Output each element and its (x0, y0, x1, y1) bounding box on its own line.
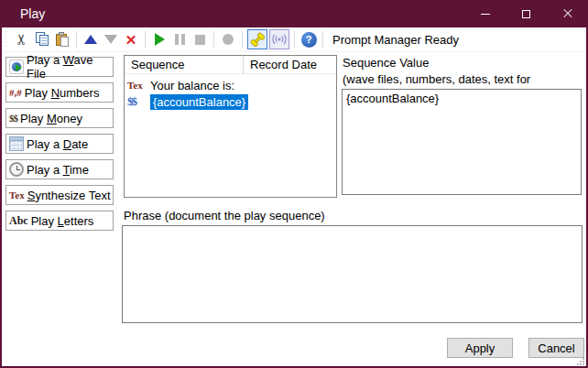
phrase-input[interactable] (122, 225, 583, 323)
toolbar: ✂ ✕ (2, 27, 586, 52)
play-icon (155, 33, 165, 46)
close-button[interactable] (547, 0, 588, 27)
numbers-icon: #,# (9, 88, 22, 98)
resize-grip[interactable] (576, 357, 584, 365)
sidebar-item-play-time[interactable]: Play a Time (5, 159, 114, 179)
column-header-sequence[interactable]: Sequence (125, 58, 243, 71)
help-icon: ? (301, 32, 317, 48)
window-title: Play (0, 6, 464, 21)
status-text: Prompt Manager Ready (332, 33, 459, 47)
sidebar-item-label: Play Letters (31, 214, 94, 228)
sidebar-item-label: Synthesize Text (27, 189, 111, 202)
letters-icon: Abc (9, 215, 28, 226)
cut-button[interactable]: ✂ (13, 29, 31, 49)
sequence-value-input[interactable]: {accountBalance} (342, 89, 582, 195)
sidebar-item-label: Play a Date (27, 137, 88, 151)
sequence-rows: Tex Your balance is: $$ {accountBalance} (125, 74, 336, 110)
close-icon (563, 9, 572, 18)
play-dialog: Play ✂ ✕ (0, 0, 588, 368)
sidebar-item-play-wave-file[interactable]: Play a Wave File (5, 57, 114, 77)
record-icon (223, 34, 234, 45)
sidebar-item-synthesize-text[interactable]: Tex Synthesize Text (5, 185, 114, 205)
synthesize-text-icon: Tex (9, 190, 25, 200)
minimize-icon (481, 14, 490, 15)
maximize-button[interactable] (506, 0, 547, 27)
sidebar-item-label: Play a Time (27, 163, 89, 177)
sidebar-item-play-letters[interactable]: Abc Play Letters (5, 211, 114, 231)
sidebar: Play a Wave File #,# Play Numbers $$ Pla… (5, 57, 114, 231)
pause-button[interactable] (170, 29, 189, 49)
phone-icon (250, 32, 265, 47)
apply-button[interactable]: Apply (447, 338, 513, 358)
sidebar-item-label: Play a Wave File (27, 53, 113, 81)
sidebar-item-play-numbers[interactable]: #,# Play Numbers (5, 82, 114, 103)
copy-icon (35, 32, 49, 47)
calendar-icon (9, 136, 24, 151)
stop-button[interactable] (191, 29, 209, 49)
voice-wave-toggle[interactable] (269, 29, 289, 49)
sidebar-item-label: Play Money (20, 112, 82, 125)
sound-wave-icon (272, 32, 287, 47)
list-item-text-selected: {accountBalance} (150, 94, 248, 110)
toolbar-separator (76, 31, 77, 48)
delete-x-icon: ✕ (125, 33, 137, 47)
money-icon: $$ (9, 114, 17, 124)
sequence-list-header: Sequence Record Date (125, 56, 336, 74)
move-up-button[interactable] (82, 29, 100, 49)
arrow-down-icon (104, 35, 117, 44)
list-item[interactable]: Tex Your balance is: (125, 77, 336, 93)
column-header-record-date[interactable]: Record Date (244, 58, 317, 71)
help-button[interactable]: ? (299, 29, 318, 49)
scissors-icon: ✂ (15, 33, 29, 45)
phrase-label: Phrase (document the play sequence) (124, 209, 325, 222)
clock-icon (9, 162, 24, 177)
sidebar-item-label: Play Numbers (25, 86, 100, 100)
list-item-text: Your balance is: (150, 79, 234, 92)
record-button[interactable] (219, 29, 237, 49)
toolbar-grip[interactable] (4, 31, 8, 48)
minimize-button[interactable] (464, 0, 506, 27)
copy-button[interactable] (33, 29, 51, 49)
toolbar-separator (322, 31, 323, 48)
paste-button[interactable] (53, 29, 71, 49)
sequence-value-title: Sequence Value (343, 55, 586, 71)
stop-icon (195, 35, 205, 45)
wave-file-icon (9, 60, 24, 74)
play-button[interactable] (150, 29, 169, 49)
toolbar-separator (213, 31, 214, 48)
sidebar-item-play-money[interactable]: $$ Play Money (5, 108, 114, 128)
phone-mode-toggle[interactable] (247, 29, 267, 49)
maximize-icon (522, 10, 530, 18)
list-item[interactable]: $$ {accountBalance} (125, 93, 336, 110)
toolbar-separator (294, 31, 295, 48)
toolbar-separator (242, 31, 243, 48)
toolbar-separator (145, 31, 146, 48)
sequence-list: Sequence Record Date Tex Your balance is… (124, 55, 337, 198)
move-down-button[interactable] (102, 29, 120, 49)
text-item-icon: Tex (127, 80, 147, 91)
title-bar: Play (0, 0, 588, 27)
cancel-button[interactable]: Cancel (528, 338, 584, 358)
pause-icon (175, 34, 185, 45)
money-item-icon: $$ (127, 94, 147, 109)
delete-button[interactable]: ✕ (122, 29, 140, 49)
paste-icon (55, 32, 70, 47)
sidebar-item-play-date[interactable]: Play a Date (5, 134, 114, 154)
arrow-up-icon (84, 35, 97, 44)
